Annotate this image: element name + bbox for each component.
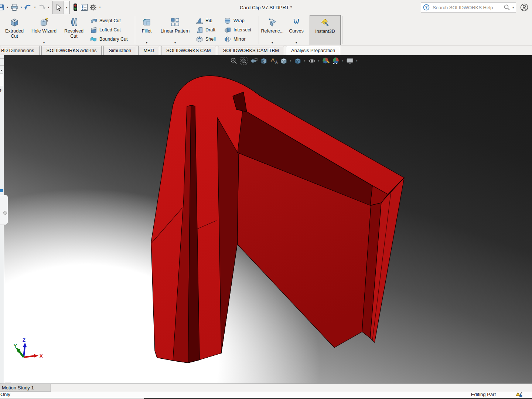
reference-triad[interactable]: X Z Y	[14, 337, 43, 359]
status-sheet-icon[interactable]	[516, 392, 522, 399]
view-settings-button[interactable]	[345, 57, 354, 65]
view-orientation-caret[interactable]: ▾	[289, 59, 292, 62]
account-icon[interactable]	[519, 3, 529, 12]
save-icon	[0, 4, 4, 11]
dynamic-annotation-views-button[interactable]: A	[269, 57, 278, 65]
sliver-divider	[0, 58, 4, 59]
select-tool-button[interactable]	[52, 1, 64, 14]
intersect-button[interactable]: Intersect	[224, 26, 255, 34]
display-style-button[interactable]	[293, 57, 302, 65]
shell-button[interactable]: Shell	[196, 35, 219, 43]
reference-geometry-icon	[267, 17, 277, 27]
draft-button[interactable]: Draft	[196, 26, 219, 34]
triad-z-arrow-icon	[23, 342, 27, 347]
cursor-icon	[54, 4, 62, 11]
help-search-box[interactable]: ? ▾	[421, 2, 516, 13]
draft-label: Draft	[205, 27, 215, 33]
tab-mbd[interactable]: MBD	[138, 46, 159, 55]
print-icon	[10, 3, 18, 11]
triad-x-axis	[24, 356, 34, 358]
pane-splitter-handle[interactable]	[5, 380, 11, 382]
svg-text:?: ?	[425, 5, 427, 10]
search-icon[interactable]	[504, 4, 510, 11]
hole-wizard-button[interactable]: Hole Wizard ▾	[27, 15, 61, 45]
search-input[interactable]	[432, 4, 501, 11]
options-list-button[interactable]	[80, 2, 89, 13]
reference-geometry-caret[interactable]: ▾	[272, 41, 273, 45]
extruded-cut-button[interactable]: Extruded Cut	[1, 15, 27, 45]
edit-appearance-icon	[322, 57, 330, 65]
card-clip-part[interactable]: X Z Y	[4, 55, 532, 383]
triad-y-label: Y	[14, 343, 17, 349]
options-gear-button[interactable]	[89, 2, 98, 13]
display-style-caret[interactable]: ▾	[303, 59, 306, 62]
motion-study-tab[interactable]: Motion Study 1	[0, 384, 51, 392]
hide-show-items-caret[interactable]: ▾	[317, 59, 320, 62]
curves-caret[interactable]: ▾	[296, 41, 297, 45]
tab-solidworks-add-ins[interactable]: SOLIDWORKS Add-Ins	[41, 46, 102, 55]
view-settings-caret[interactable]: ▾	[355, 59, 358, 62]
tab-label: SOLIDWORKS CAM TBM	[223, 48, 279, 53]
curves-button[interactable]: Curves ▾	[284, 15, 308, 45]
instant3d-button[interactable]: Instant3D	[310, 15, 341, 45]
ribbon-separator	[135, 16, 135, 44]
select-tool-caret[interactable]: ▾	[64, 1, 69, 14]
curves-icon	[291, 17, 301, 27]
draft-icon	[196, 26, 203, 34]
tab-simulation[interactable]: Simulation	[103, 46, 136, 55]
undo-button[interactable]	[24, 2, 33, 13]
previous-view-button[interactable]	[249, 57, 258, 65]
wrap-button[interactable]: Wrap	[224, 17, 255, 24]
linear-pattern-icon	[170, 17, 180, 27]
features-ribbon: Extruded Cut Hole Wizard ▾ Revolved Cut …	[0, 15, 532, 46]
hole-wizard-caret[interactable]: ▾	[43, 41, 45, 45]
display-style-icon	[294, 57, 302, 65]
print-button[interactable]	[10, 2, 19, 13]
panel-collapse-tab[interactable]	[0, 195, 8, 225]
hide-show-items-button[interactable]	[307, 57, 316, 65]
zoom-to-area-button[interactable]	[239, 57, 248, 65]
revolved-cut-label: Revolved Cut	[62, 28, 86, 39]
fillet-caret[interactable]: ▾	[146, 41, 147, 45]
fillet-button[interactable]: Fillet ▾	[136, 15, 157, 45]
motion-study-bar: Motion Study 1	[0, 383, 532, 392]
tab-mbd-dimensions[interactable]: BD Dimensions	[0, 46, 40, 55]
apply-scene-button[interactable]	[331, 57, 340, 65]
mirror-button[interactable]: Mirror	[224, 35, 255, 43]
tab-solidworks-cam-tbm[interactable]: SOLIDWORKS CAM TBM	[218, 46, 284, 55]
search-scope-caret[interactable]: ▾	[512, 6, 514, 9]
linear-pattern-button[interactable]: Linear Pattern ▾	[157, 15, 193, 45]
save-dropdown-caret[interactable]: ▾	[5, 2, 10, 13]
revolved-cut-button[interactable]: Revolved Cut	[61, 15, 87, 45]
interference-check-button[interactable]	[71, 2, 80, 13]
help-icon: ?	[423, 4, 430, 11]
titlebar-right: ? ▾	[421, 2, 532, 13]
graphics-viewport[interactable]: t›	[0, 55, 532, 383]
redo-button[interactable]	[37, 2, 46, 13]
boundary-cut-button[interactable]: Boundary Cut	[90, 35, 131, 43]
linear-pattern-caret[interactable]: ▾	[174, 41, 176, 45]
tab-solidworks-cam[interactable]: SOLIDWORKS CAM	[161, 46, 216, 55]
lofted-cut-button[interactable]: Lofted Cut	[90, 26, 131, 34]
tab-analysis-preparation[interactable]: Analysis Preparation	[286, 46, 340, 55]
part-faces	[151, 76, 404, 363]
hide-show-items-icon	[308, 57, 316, 65]
print-dropdown-caret[interactable]: ▾	[19, 2, 24, 13]
gear-dropdown-caret[interactable]: ▾	[98, 2, 102, 13]
tab-label: Analysis Preparation	[291, 48, 335, 53]
undo-dropdown-caret[interactable]: ▾	[33, 2, 37, 13]
save-button[interactable]	[0, 2, 5, 13]
hole-wizard-icon	[39, 17, 49, 27]
sliver-divider	[0, 65, 4, 66]
command-manager-tabs: BD Dimensions SOLIDWORKS Add-Ins Simulat…	[0, 46, 532, 55]
revolved-cut-icon	[69, 17, 79, 27]
rib-button[interactable]: Rib	[196, 17, 219, 24]
view-orientation-button[interactable]	[279, 57, 288, 65]
apply-scene-caret[interactable]: ▾	[341, 59, 344, 62]
redo-dropdown-caret[interactable]: ▾	[46, 2, 51, 13]
swept-cut-button[interactable]: Swept Cut	[90, 17, 131, 24]
reference-geometry-button[interactable]: Referenc... ▾	[260, 15, 284, 45]
zoom-to-fit-button[interactable]	[229, 57, 238, 65]
edit-appearance-button[interactable]	[321, 57, 330, 65]
section-view-button[interactable]	[259, 57, 268, 65]
